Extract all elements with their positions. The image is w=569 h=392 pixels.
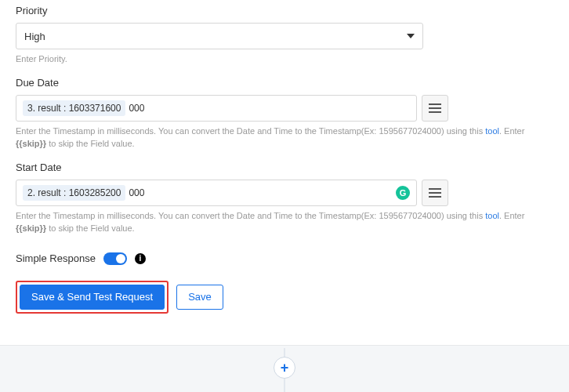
start-date-row: 2. result : 1603285200 000 G	[16, 180, 448, 206]
start-date-input[interactable]: 2. result : 1603285200 000 G	[16, 180, 417, 206]
start-date-options-button[interactable]	[422, 180, 448, 206]
due-date-row: 3. result : 1603371600 000	[16, 95, 448, 122]
form-area: Priority High Enter Priority. Due Date 3…	[0, 0, 569, 329]
due-date-hint: Enter the Timestamp in milliseconds. You…	[16, 125, 533, 151]
start-date-trail: 000	[129, 187, 144, 198]
due-date-field: Due Date 3. result : 1603371600 000 Ente…	[16, 77, 553, 151]
due-date-input[interactable]: 3. result : 1603371600 000	[16, 95, 417, 122]
start-date-tool-link[interactable]: tool	[485, 211, 499, 220]
priority-hint: Enter Priority.	[16, 53, 533, 66]
simple-response-row: Simple Response i	[16, 252, 553, 265]
save-send-test-button[interactable]: Save & Send Test Request	[20, 285, 165, 310]
info-icon[interactable]: i	[135, 253, 146, 264]
hamburger-icon	[429, 188, 441, 198]
add-node-button[interactable]: +	[274, 357, 295, 379]
priority-value: High	[24, 31, 407, 42]
hamburger-icon	[429, 103, 441, 113]
simple-response-toggle[interactable]	[103, 252, 127, 265]
start-date-chip[interactable]: 2. result : 1603285200	[23, 185, 125, 201]
grammarly-icon[interactable]: G	[396, 186, 410, 200]
action-buttons: Save & Send Test Request Save	[16, 281, 553, 314]
simple-response-label: Simple Response	[16, 252, 96, 264]
due-date-trail: 000	[129, 103, 144, 114]
due-date-label: Due Date	[16, 77, 553, 89]
due-date-chip[interactable]: 3. result : 1603371600	[23, 100, 125, 116]
start-date-label: Start Date	[16, 162, 553, 173]
due-date-tool-link[interactable]: tool	[485, 126, 499, 136]
start-date-field: Start Date 2. result : 1603285200 000 G …	[16, 162, 553, 235]
primary-button-highlight: Save & Send Test Request	[16, 281, 169, 314]
priority-select[interactable]: High	[16, 23, 423, 49]
start-date-hint: Enter the Timestamp in milliseconds. You…	[16, 209, 533, 235]
priority-label: Priority	[16, 5, 553, 16]
save-button[interactable]: Save	[176, 285, 223, 310]
chevron-down-icon	[407, 34, 415, 38]
priority-field: Priority High Enter Priority.	[16, 5, 553, 66]
toggle-knob	[116, 254, 125, 263]
due-date-options-button[interactable]	[422, 95, 448, 122]
